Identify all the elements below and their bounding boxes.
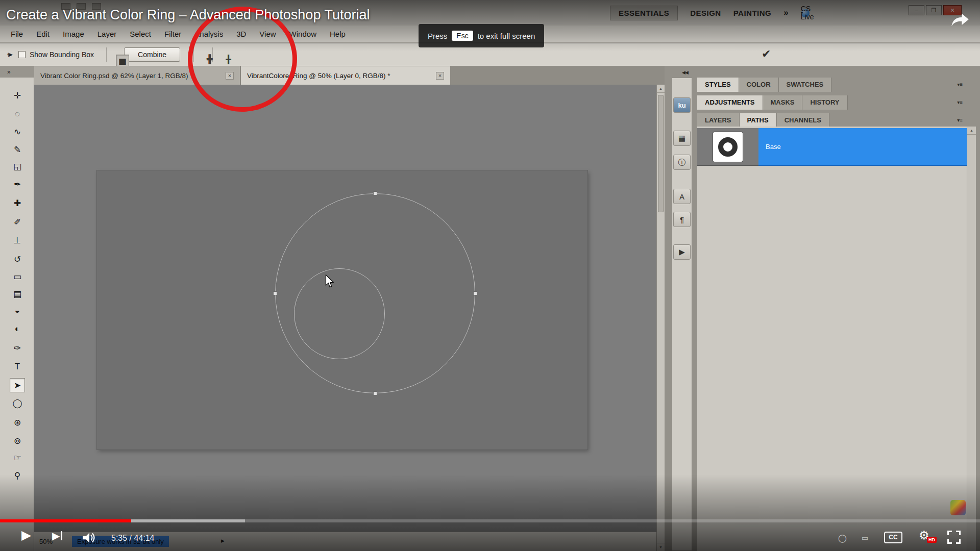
panel-tab-row-2: LAYERSPATHSCHANNELS▾≡ (697, 113, 967, 128)
fullscreen-corner-icon (956, 539, 961, 544)
path-thumbnail-cell (697, 128, 758, 166)
lasso-tool[interactable]: ∿ (10, 124, 25, 139)
esc-key-badge: Esc (452, 31, 473, 41)
video-title: Create a Vibrant Color Ring – Advanced P… (6, 7, 370, 23)
document-tab-label: Vibrant Color Ring.psd @ 62% (Layer 1, R… (40, 72, 188, 80)
play-button[interactable]: ▶ (21, 528, 31, 542)
elliptical-marquee-tool[interactable]: ◌ (10, 107, 25, 121)
fullscreen-corner-icon (956, 531, 961, 535)
pen-tool[interactable]: ✑ (10, 341, 25, 355)
type-tool[interactable]: T (10, 360, 25, 374)
panel-tab-masks[interactable]: MASKS (763, 95, 803, 110)
time-display: 5:35 / 44:14 (111, 534, 155, 543)
3d-roll-tool[interactable]: ⊚ (10, 434, 25, 448)
panel-tab-row-0: STYLESCOLORSWATCHES▾≡ (697, 78, 967, 92)
panel-tab-row-1: ADJUSTMENTSMASKSHISTORY▾≡ (697, 95, 967, 110)
hd-quality-badge: HD (927, 537, 937, 543)
path-item-highlight: Base (758, 128, 967, 166)
crop-tool[interactable]: ◱ (10, 159, 25, 173)
panel-tab-layers[interactable]: LAYERS (697, 113, 740, 128)
paragraph-panel-icon[interactable]: ¶ (673, 212, 691, 227)
panel-tab-channels[interactable]: CHANNELS (777, 113, 829, 128)
quick-selection-tool[interactable]: ✎ (10, 142, 25, 157)
path-op-icon-3[interactable]: ◨ (116, 55, 129, 67)
show-bounding-box-label: Show Bounding Box (30, 51, 94, 59)
histogram-panel-icon[interactable]: ▦ (673, 131, 691, 146)
volume-icon (82, 532, 96, 544)
close-tab-icon[interactable]: × (436, 72, 444, 80)
hand-tool[interactable]: ☞ (10, 450, 25, 465)
fullscreen-corner-icon (947, 539, 952, 544)
move-tool[interactable]: ✛ (10, 88, 25, 103)
anchor-point-right[interactable] (473, 291, 477, 295)
blur-tool[interactable]: ◒ (10, 304, 25, 318)
brush-tool[interactable]: ✐ (10, 215, 25, 229)
tooltip-text: Press (428, 32, 447, 40)
character-panel-icon[interactable]: A (673, 189, 691, 204)
path-item-label: Base (758, 143, 781, 151)
anchor-point-bottom[interactable] (373, 391, 377, 395)
panel-tab-history[interactable]: HISTORY (802, 95, 847, 110)
fullscreen-exit-tooltip: Press Esc to exit full screen (419, 24, 544, 47)
miniplayer-icon[interactable]: ▭ (862, 534, 868, 542)
progress-played (0, 519, 131, 522)
path-thumbnail[interactable] (713, 132, 743, 162)
scroll-up-icon[interactable]: ▲ (967, 127, 976, 135)
panel-tab-color[interactable]: COLOR (739, 78, 779, 92)
panel-tab-styles[interactable]: STYLES (697, 78, 739, 92)
info-panel-icon[interactable]: ⓘ (673, 155, 691, 170)
panel-tab-swatches[interactable]: SWATCHES (779, 78, 832, 92)
clone-stamp-tool[interactable]: ⊥ (10, 233, 25, 247)
panel-menu-icon[interactable]: ▾≡ (957, 78, 967, 92)
exit-fullscreen-button[interactable] (947, 531, 961, 544)
fullscreen-corner-icon (947, 531, 952, 535)
screen: ESSENTIALS DESIGN PAINTING » CS Live ▾ –… (0, 0, 980, 551)
anchor-point-top[interactable] (373, 191, 377, 195)
healing-brush-tool[interactable]: ✚ (10, 196, 25, 210)
gradient-tool[interactable]: ▤ (10, 287, 25, 301)
panel-menu-icon[interactable]: ▾≡ (957, 113, 967, 128)
panel-tab-adjustments[interactable]: ADJUSTMENTS (697, 95, 763, 110)
path-selection-tool[interactable]: ➤ (10, 378, 25, 392)
captions-button[interactable]: CC (884, 532, 902, 543)
scrollbar-thumb[interactable] (658, 95, 664, 212)
tooltip-text: to exit full screen (478, 32, 535, 40)
scroll-up-icon[interactable]: ▲ (657, 85, 665, 93)
kuler-panel-icon[interactable]: ku (673, 97, 691, 113)
panel-tab-paths[interactable]: PATHS (740, 113, 777, 128)
video-progress-bar[interactable] (0, 519, 980, 522)
ellipse-tool[interactable]: ◯ (10, 396, 25, 410)
next-icon-bar (61, 531, 62, 540)
history-brush-tool[interactable]: ↺ (10, 252, 25, 266)
dodge-tool[interactable]: ◐ (10, 322, 25, 336)
next-icon: ▶ (52, 530, 60, 542)
panel-menu-icon[interactable]: ▾≡ (957, 95, 967, 110)
autoplay-toggle-icon[interactable]: ◯ (838, 534, 847, 543)
path-outline-inner-circle (294, 268, 385, 359)
anchor-point-left[interactable] (273, 291, 277, 295)
ring-shape-icon (718, 137, 738, 157)
show-bounding-box-checkbox[interactable] (18, 51, 26, 58)
video-panel-icon[interactable]: ▶ (673, 244, 691, 260)
chevron-down-icon: ▾ (7, 52, 10, 57)
tool-panel-collapse-chevron[interactable]: » (0, 66, 34, 78)
eyedropper-tool[interactable]: ✒ (10, 177, 25, 191)
path-list-item-selected[interactable]: Base (697, 128, 967, 166)
eraser-tool[interactable]: ▭ (10, 269, 25, 284)
next-button[interactable]: ▶ (52, 530, 62, 542)
3d-rotate-tool[interactable]: ⊛ (10, 415, 25, 430)
dock-collapse-chevron[interactable]: ◀◀ (682, 70, 688, 75)
